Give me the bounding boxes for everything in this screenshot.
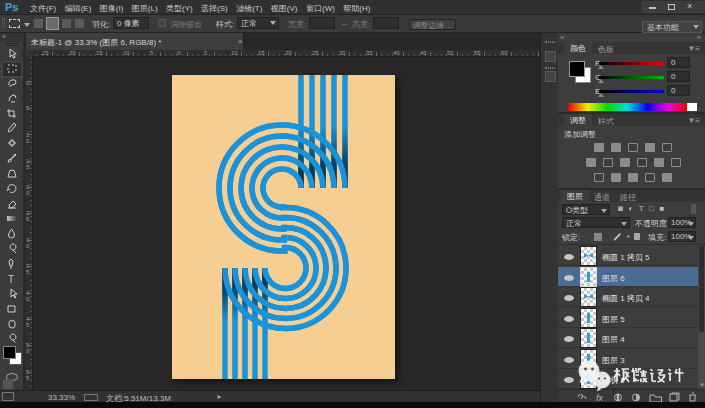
svg-text:T: T [8,274,14,285]
